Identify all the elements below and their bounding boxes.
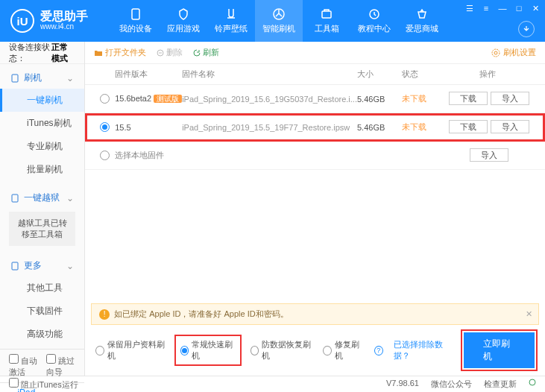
sidebar-item-批量刷机[interactable]: 批量刷机 — [0, 158, 84, 181]
app-url: www.i4.cn — [40, 22, 88, 31]
firmware-name: iPad_Spring_2019_15.5_19F77_Restore.ipsw — [182, 123, 357, 132]
sidebar-item-高级功能[interactable]: 高级功能 — [0, 323, 84, 346]
option-防数据恢复刷机[interactable]: 防数据恢复刷机 — [251, 336, 313, 364]
window-button[interactable]: ≡ — [481, 3, 491, 13]
close-icon[interactable]: ✕ — [526, 309, 532, 319]
refresh-button[interactable]: 刷新 — [193, 47, 219, 58]
svg-rect-0 — [132, 9, 139, 19]
radio — [95, 346, 104, 355]
window-button[interactable]: — — [497, 3, 508, 13]
sidebar-group-刷机[interactable]: 刷机⌄ — [0, 67, 84, 89]
download-circle-icon[interactable] — [518, 21, 535, 37]
row-ops: 导入 — [439, 150, 536, 161]
nav-icon — [224, 7, 238, 21]
flash-settings-button[interactable]: 刷机设置 — [491, 47, 536, 58]
sidebar-item-下载固件[interactable]: 下载固件 — [0, 300, 84, 323]
chevron-down-icon: ⌄ — [66, 193, 74, 203]
delete-button[interactable]: 删除 — [157, 47, 183, 58]
svg-rect-6 — [12, 262, 18, 270]
sidebar-item-专业刷机[interactable]: 专业刷机 — [0, 135, 84, 158]
sidebar-notice: 越狱工具已转移至工具箱 — [9, 212, 75, 246]
block-itunes-checkbox[interactable]: 阻止iTunes运行 — [9, 378, 78, 391]
nav-icon — [415, 7, 429, 21]
下载-button[interactable]: 下载 — [449, 92, 488, 105]
nav-label: 铃声壁纸 — [215, 23, 248, 34]
chevron-down-icon: ⌄ — [66, 73, 74, 83]
titlebar: iU 爱思助手 www.i4.cn 我的设备应用游戏铃声壁纸智能刷机工具箱教程中… — [0, 0, 545, 42]
sidebar-item-iTunes刷机[interactable]: iTunes刷机 — [0, 112, 84, 135]
checkbox-自动激活[interactable]: 自动激活 — [9, 354, 39, 378]
more-icon — [10, 262, 19, 271]
nav-工具箱[interactable]: 工具箱 — [303, 0, 350, 42]
connection-status: 设备连接状态： 正常模式 — [0, 42, 84, 64]
sidebar-group-一键越狱[interactable]: 一键越狱⌄ — [0, 187, 84, 209]
app-title: 爱思助手 — [40, 10, 88, 22]
window-button[interactable]: ✕ — [530, 3, 541, 13]
nav-label: 我的设备 — [119, 23, 152, 34]
flash-options: 保留用户资料刷机常规快速刷机防数据恢复刷机修复刷机 ? 已选择排除数据？ 立即刷… — [85, 325, 545, 376]
wechat-link[interactable]: 微信公众号 — [431, 379, 472, 390]
sidebar-item-一键刷机[interactable]: 一键刷机 — [0, 89, 84, 112]
firmware-row[interactable]: 选择本地固件导入 — [85, 142, 545, 170]
svg-point-11 — [529, 379, 535, 385]
nav-icon — [368, 7, 381, 21]
version: 15.5 — [115, 123, 182, 132]
radio[interactable] — [94, 94, 115, 104]
open-folder-button[interactable]: 打开文件夹 — [94, 47, 146, 58]
window-controls: ☰≡—□✕ — [464, 3, 541, 13]
option-常规快速刷机[interactable]: 常规快速刷机 — [176, 336, 240, 364]
flash-now-button[interactable]: 立即刷机 — [464, 332, 535, 368]
size: 5.46GB — [357, 123, 402, 132]
check-update-link[interactable]: 检查更新 — [484, 379, 517, 390]
col-ops: 操作 — [439, 69, 536, 80]
window-button[interactable]: ☰ — [464, 3, 475, 13]
warning-text: 如已绑定 Apple ID，请准备好 Apple ID和密码。 — [114, 309, 289, 320]
导入-button[interactable]: 导入 — [491, 92, 529, 105]
firmware-name: iPad_Spring_2019_15.6_19G5037d_Restore.i… — [182, 95, 357, 104]
nav-label: 应用游戏 — [167, 23, 200, 34]
window-button[interactable]: □ — [514, 3, 524, 13]
option-修复刷机[interactable]: 修复刷机 — [323, 336, 363, 364]
radio[interactable] — [94, 122, 115, 132]
checkbox-跳过向导[interactable]: 跳过向导 — [46, 354, 76, 378]
firmware-row[interactable]: 15.6beta2测试版iPad_Spring_2019_15.6_19G503… — [85, 85, 545, 113]
nav-icon — [177, 7, 190, 21]
col-status: 状态 — [402, 69, 439, 80]
table-header: 固件版本 固件名称 大小 状态 操作 — [85, 64, 545, 85]
lock-icon — [10, 194, 19, 203]
导入-button[interactable]: 导入 — [491, 120, 529, 133]
option-保留用户资料刷机[interactable]: 保留用户资料刷机 — [95, 336, 166, 364]
svg-point-10 — [492, 49, 500, 57]
status: 未下载 — [402, 121, 439, 133]
svg-point-9 — [494, 51, 497, 54]
nav-智能刷机[interactable]: 智能刷机 — [255, 0, 303, 42]
row-ops: 下载导入 — [439, 93, 536, 104]
导入-button[interactable]: 导入 — [470, 148, 508, 162]
nav-label: 智能刷机 — [262, 23, 295, 34]
delete-icon — [157, 49, 164, 57]
下载-button[interactable]: 下载 — [449, 120, 488, 133]
nav-铃声壁纸[interactable]: 铃声壁纸 — [207, 0, 255, 42]
nav-应用游戏[interactable]: 应用游戏 — [160, 0, 207, 42]
sidebar: 设备连接状态： 正常模式 刷机⌄一键刷机iTunes刷机专业刷机批量刷机一键越狱… — [0, 42, 85, 376]
nav-爱思商城[interactable]: 爱思商城 — [398, 0, 446, 42]
size: 5.46GB — [357, 95, 402, 104]
radio — [251, 346, 259, 355]
exclude-data-link[interactable]: 已选择排除数据？ — [394, 339, 453, 361]
firmware-row[interactable]: 15.5iPad_Spring_2019_15.5_19F77_Restore.… — [85, 113, 545, 142]
status: 未下载 — [402, 93, 439, 104]
folder-icon — [94, 49, 103, 57]
nav-icon — [320, 7, 333, 21]
radio[interactable] — [94, 151, 115, 160]
col-version: 固件版本 — [115, 69, 182, 80]
gear-icon — [491, 48, 500, 57]
nav-教程中心[interactable]: 教程中心 — [350, 0, 398, 42]
info-icon[interactable]: ? — [374, 346, 383, 355]
col-name: 固件名称 — [182, 69, 357, 80]
version: 15.6beta2测试版 — [115, 94, 182, 104]
sidebar-item-其他工具[interactable]: 其他工具 — [0, 276, 84, 300]
sidebar-group-更多[interactable]: 更多⌄ — [0, 255, 84, 276]
row-ops: 下载导入 — [439, 121, 536, 133]
svg-rect-5 — [12, 195, 18, 202]
nav-我的设备[interactable]: 我的设备 — [112, 0, 160, 42]
